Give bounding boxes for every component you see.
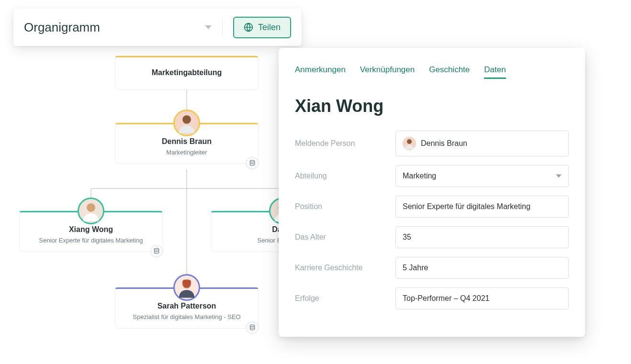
field-label: Abteilung xyxy=(295,172,386,180)
node-department[interactable]: Marketingabteilung xyxy=(115,55,259,90)
node-lead[interactable]: Dennis Braun Marketingleiter xyxy=(115,122,259,164)
field-value: Dennis Braun xyxy=(421,139,467,148)
title-dropdown-icon[interactable] xyxy=(205,25,212,29)
database-icon[interactable] xyxy=(150,245,163,257)
panel-title: Xian Wong xyxy=(295,96,569,116)
globe-icon xyxy=(244,22,253,32)
toolbar: Organigramm Teilen xyxy=(13,9,302,46)
field-label: Meldende Person xyxy=(295,139,386,148)
field-reporting-person: Meldende Person Dennis Braun xyxy=(295,131,569,156)
field-value: Marketing xyxy=(403,172,436,180)
node-name: Dennis Braun xyxy=(121,137,252,146)
document-title[interactable]: Organigramm xyxy=(24,20,205,35)
field-label: Das Alter xyxy=(295,233,386,242)
svg-point-4 xyxy=(154,248,158,250)
node-xiang-wong[interactable]: Xiang Wong Senior Experte für digitales … xyxy=(19,210,163,252)
field-career-history: Karriere Geschichte 5 Jahre xyxy=(295,257,569,279)
field-label: Position xyxy=(295,202,386,211)
share-button-label: Teilen xyxy=(258,22,281,33)
reporting-person-input[interactable]: Dennis Braun xyxy=(395,131,569,156)
field-position: Position Senior Experte für digitales Ma… xyxy=(295,196,569,218)
svg-point-7 xyxy=(250,325,254,327)
share-button[interactable]: Teilen xyxy=(233,17,291,38)
field-label: Karriere Geschichte xyxy=(295,264,386,272)
database-icon[interactable] xyxy=(246,157,259,169)
node-role: Spezialist für digitales Marketing - SEO xyxy=(121,313,252,320)
field-value: 5 Jahre xyxy=(403,264,428,272)
node-name: Sarah Patterson xyxy=(121,302,252,310)
avatar xyxy=(78,198,104,224)
chevron-down-icon xyxy=(556,175,562,178)
tabs: Anmerkungen Verknüpfungen Geschichte Dat… xyxy=(295,65,569,79)
node-title: Marketingabteilung xyxy=(121,68,252,77)
field-age: Das Alter 35 xyxy=(295,226,569,248)
position-input[interactable]: Senior Experte für digitales Marketing xyxy=(395,196,569,218)
avatar xyxy=(173,274,200,301)
divider xyxy=(222,18,223,36)
avatar xyxy=(173,110,200,136)
department-select[interactable]: Marketing xyxy=(395,165,569,187)
age-input[interactable]: 35 xyxy=(395,226,569,248)
svg-point-8 xyxy=(407,139,412,144)
field-value: Senior Experte für digitales Marketing xyxy=(403,202,530,211)
field-department: Abteilung Marketing xyxy=(295,165,569,187)
tab-verknuepfungen[interactable]: Verknüpfungen xyxy=(360,65,415,79)
svg-point-2 xyxy=(250,160,254,162)
node-name: Xiang Wong xyxy=(25,225,157,234)
achievements-input[interactable]: Top-Performer – Q4 2021 xyxy=(395,287,569,309)
field-value: Top-Performer – Q4 2021 xyxy=(403,294,489,303)
database-icon[interactable] xyxy=(246,321,259,334)
field-achievements: Erfolge Top-Performer – Q4 2021 xyxy=(295,287,569,309)
tab-daten[interactable]: Daten xyxy=(484,65,506,79)
career-history-input[interactable]: 5 Jahre xyxy=(395,257,569,279)
svg-point-1 xyxy=(182,115,191,124)
field-label: Erfolge xyxy=(295,294,386,303)
field-value: 35 xyxy=(403,233,411,242)
node-role: Senior Experte für digitales Marketing xyxy=(25,237,157,244)
svg-point-3 xyxy=(87,203,95,212)
tab-anmerkungen[interactable]: Anmerkungen xyxy=(295,65,346,79)
tab-geschichte[interactable]: Geschichte xyxy=(429,65,470,79)
node-role: Marketingleiter xyxy=(121,149,252,156)
details-panel: Anmerkungen Verknüpfungen Geschichte Dat… xyxy=(279,48,585,337)
node-sarah-patterson[interactable]: Sarah Patterson Spezialist für digitales… xyxy=(115,287,259,329)
avatar-icon xyxy=(403,137,416,150)
node-accent xyxy=(115,56,258,57)
